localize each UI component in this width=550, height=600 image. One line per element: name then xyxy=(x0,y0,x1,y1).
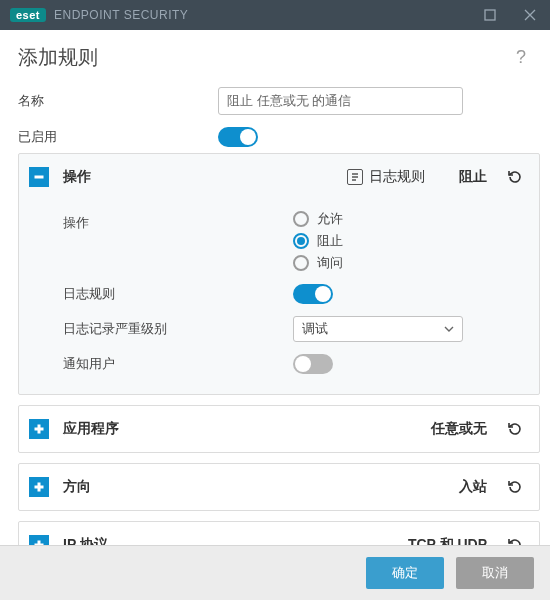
row-action-choice: 操作 允许 阻止 询问 xyxy=(19,204,539,278)
section-direction-undo[interactable] xyxy=(501,478,529,496)
chevron-down-icon xyxy=(444,322,454,337)
radio-icon xyxy=(293,211,309,227)
svg-rect-0 xyxy=(485,10,495,20)
radio-block-label: 阻止 xyxy=(317,232,343,250)
row-name: 名称 xyxy=(0,81,550,121)
section-app-summary: 任意或无 xyxy=(431,420,487,438)
page-title: 添加规则 xyxy=(18,44,98,71)
summary-action-value: 阻止 xyxy=(459,168,487,186)
section-direction: 方向 入站 xyxy=(18,463,540,511)
section-action-header[interactable]: 操作 日志规则 阻止 xyxy=(19,154,539,200)
ok-button[interactable]: 确定 xyxy=(366,557,444,589)
main-scroll[interactable]: 操作 日志规则 阻止 操作 允许 xyxy=(0,153,550,545)
severity-select[interactable]: 调试 xyxy=(293,316,463,342)
severity-label: 日志记录严重级别 xyxy=(63,320,293,338)
product-name: ENDPOINT SECURITY xyxy=(54,8,188,22)
section-protocol-header[interactable]: IP 协议 TCP 和 UDP xyxy=(19,522,539,545)
action-radio-group: 允许 阻止 询问 xyxy=(293,210,343,272)
section-protocol-summary: TCP 和 UDP xyxy=(408,536,487,545)
window-close-button[interactable] xyxy=(510,0,550,30)
section-action-title: 操作 xyxy=(63,168,91,186)
section-direction-header[interactable]: 方向 入站 xyxy=(19,464,539,510)
row-severity: 日志记录严重级别 调试 xyxy=(19,310,539,348)
svg-rect-3 xyxy=(35,428,43,430)
radio-allow[interactable]: 允许 xyxy=(293,210,343,228)
log-label: 日志规则 xyxy=(63,285,293,303)
name-input[interactable] xyxy=(218,87,463,115)
section-action: 操作 日志规则 阻止 操作 允许 xyxy=(18,153,540,395)
expand-icon xyxy=(29,535,49,545)
close-icon xyxy=(524,9,536,21)
section-protocol: IP 协议 TCP 和 UDP xyxy=(18,521,540,545)
collapse-icon xyxy=(29,167,49,187)
window-maximize-button[interactable] xyxy=(470,0,510,30)
section-app-undo[interactable] xyxy=(501,420,529,438)
section-action-body: 操作 允许 阻止 询问 日志规则 xyxy=(19,200,539,394)
section-protocol-title: IP 协议 xyxy=(63,536,108,545)
help-button[interactable]: ? xyxy=(510,47,532,68)
square-icon xyxy=(484,9,496,21)
row-log: 日志规则 xyxy=(19,278,539,310)
svg-rect-7 xyxy=(35,544,43,545)
page-header: 添加规则 ? xyxy=(0,30,550,81)
footer: 确定 取消 xyxy=(0,545,550,600)
section-action-undo[interactable] xyxy=(501,168,529,186)
summary-log-text: 日志规则 xyxy=(369,168,425,186)
expand-icon xyxy=(29,477,49,497)
radio-icon xyxy=(293,255,309,271)
radio-block[interactable]: 阻止 xyxy=(293,232,343,250)
enabled-label: 已启用 xyxy=(18,128,218,146)
section-direction-value: 入站 xyxy=(459,478,487,496)
section-direction-summary: 入站 xyxy=(459,478,487,496)
log-toggle[interactable] xyxy=(293,284,333,304)
section-protocol-undo[interactable] xyxy=(501,536,529,545)
severity-value: 调试 xyxy=(302,320,328,338)
brand-badge: eset xyxy=(10,8,46,22)
titlebar: eset ENDPOINT SECURITY xyxy=(0,0,550,30)
svg-rect-1 xyxy=(35,176,43,178)
expand-icon xyxy=(29,419,49,439)
row-enabled: 已启用 xyxy=(0,121,550,153)
section-app-header[interactable]: 应用程序 任意或无 xyxy=(19,406,539,452)
section-action-summary: 日志规则 阻止 xyxy=(347,168,487,186)
section-app: 应用程序 任意或无 xyxy=(18,405,540,453)
notify-label: 通知用户 xyxy=(63,355,293,373)
cancel-button[interactable]: 取消 xyxy=(456,557,534,589)
section-app-value: 任意或无 xyxy=(431,420,487,438)
name-label: 名称 xyxy=(18,92,218,110)
row-notify: 通知用户 xyxy=(19,348,539,380)
radio-allow-label: 允许 xyxy=(317,210,343,228)
radio-ask[interactable]: 询问 xyxy=(293,254,343,272)
section-app-title: 应用程序 xyxy=(63,420,119,438)
svg-rect-5 xyxy=(35,486,43,488)
notify-toggle[interactable] xyxy=(293,354,333,374)
radio-icon xyxy=(293,233,309,249)
radio-ask-label: 询问 xyxy=(317,254,343,272)
section-protocol-value: TCP 和 UDP xyxy=(408,536,487,545)
action-row-label: 操作 xyxy=(63,210,293,232)
section-direction-title: 方向 xyxy=(63,478,91,496)
log-icon xyxy=(347,169,363,185)
enabled-toggle[interactable] xyxy=(218,127,258,147)
